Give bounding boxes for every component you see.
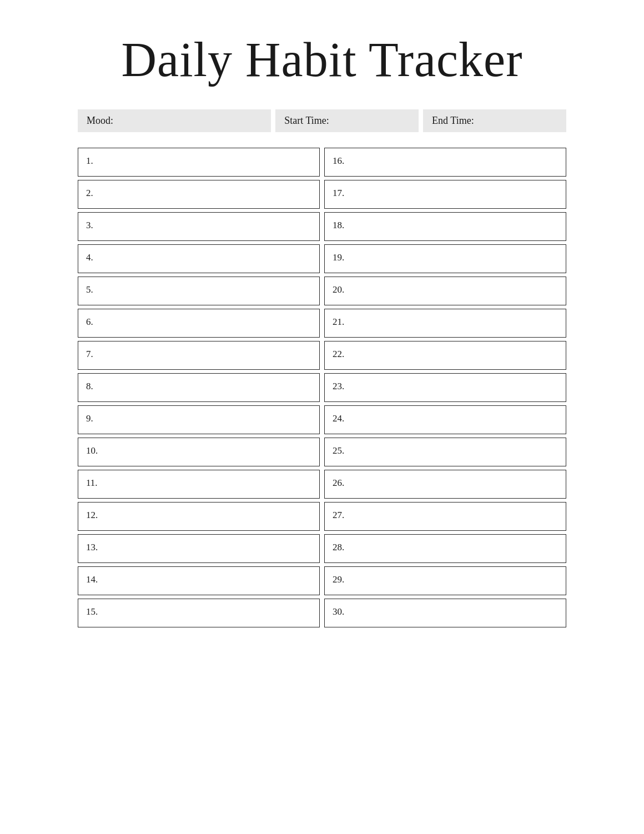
habit-item[interactable]: 15. xyxy=(78,599,320,627)
habit-number: 4. xyxy=(86,252,93,263)
habit-item[interactable]: 20. xyxy=(324,277,566,305)
habit-number: 3. xyxy=(86,220,93,231)
habit-item[interactable]: 14. xyxy=(78,566,320,595)
habit-item[interactable]: 29. xyxy=(324,566,566,595)
end-time-label: End Time: xyxy=(423,109,566,132)
habit-number: 18. xyxy=(333,220,344,231)
habit-item[interactable]: 1. xyxy=(78,148,320,177)
habit-pair-row: 2.17. xyxy=(78,180,566,209)
header-row: Mood: Start Time: End Time: xyxy=(78,109,566,132)
habit-number: 29. xyxy=(333,574,344,585)
habit-number: 24. xyxy=(333,413,344,424)
habit-item[interactable]: 2. xyxy=(78,180,320,209)
habit-item[interactable]: 30. xyxy=(324,599,566,627)
habit-pair-row: 4.19. xyxy=(78,244,566,273)
habit-pair-row: 12.27. xyxy=(78,502,566,531)
habit-item[interactable]: 22. xyxy=(324,341,566,370)
habit-pair-row: 11.26. xyxy=(78,470,566,499)
habit-number: 5. xyxy=(86,284,93,295)
habit-pair-row: 13.28. xyxy=(78,534,566,563)
habit-item[interactable]: 9. xyxy=(78,405,320,434)
habit-item[interactable]: 26. xyxy=(324,470,566,499)
habit-item[interactable]: 25. xyxy=(324,438,566,466)
habit-number: 27. xyxy=(333,510,344,521)
habit-item[interactable]: 11. xyxy=(78,470,320,499)
habit-pair-row: 14.29. xyxy=(78,566,566,595)
habit-pair-row: 9.24. xyxy=(78,405,566,434)
habit-pair-row: 3.18. xyxy=(78,212,566,241)
habit-number: 10. xyxy=(86,445,98,456)
habit-number: 20. xyxy=(333,284,344,295)
habit-pair-row: 7.22. xyxy=(78,341,566,370)
habit-number: 15. xyxy=(86,606,98,617)
habit-item[interactable]: 27. xyxy=(324,502,566,531)
habit-pair-row: 1.16. xyxy=(78,148,566,177)
start-time-label: Start Time: xyxy=(275,109,419,132)
habit-number: 25. xyxy=(333,445,344,456)
habit-number: 7. xyxy=(86,349,93,360)
habit-number: 26. xyxy=(333,478,344,489)
habits-grid: 1.16.2.17.3.18.4.19.5.20.6.21.7.22.8.23.… xyxy=(78,148,566,627)
habit-number: 1. xyxy=(86,155,93,167)
habit-number: 13. xyxy=(86,542,98,553)
habit-pair-row: 6.21. xyxy=(78,309,566,338)
habit-pair-row: 15.30. xyxy=(78,599,566,627)
habit-number: 14. xyxy=(86,574,98,585)
habit-number: 9. xyxy=(86,413,93,424)
habit-item[interactable]: 28. xyxy=(324,534,566,563)
habit-number: 6. xyxy=(86,316,93,328)
habit-number: 12. xyxy=(86,510,98,521)
mood-label: Mood: xyxy=(78,109,271,132)
habit-pair-row: 5.20. xyxy=(78,277,566,305)
habit-item[interactable]: 23. xyxy=(324,373,566,402)
habit-item[interactable]: 24. xyxy=(324,405,566,434)
habit-item[interactable]: 5. xyxy=(78,277,320,305)
habit-number: 17. xyxy=(333,188,344,199)
habit-number: 30. xyxy=(333,606,344,617)
habit-number: 8. xyxy=(86,381,93,392)
page-container: Daily Habit Tracker Mood: Start Time: En… xyxy=(44,0,600,672)
habit-item[interactable]: 8. xyxy=(78,373,320,402)
habit-pair-row: 10.25. xyxy=(78,438,566,466)
page-title: Daily Habit Tracker xyxy=(78,33,566,87)
habit-number: 23. xyxy=(333,381,344,392)
habit-item[interactable]: 12. xyxy=(78,502,320,531)
habit-item[interactable]: 4. xyxy=(78,244,320,273)
habit-number: 2. xyxy=(86,188,93,199)
habit-item[interactable]: 21. xyxy=(324,309,566,338)
habit-number: 16. xyxy=(333,155,344,167)
habit-number: 19. xyxy=(333,252,344,263)
habit-item[interactable]: 6. xyxy=(78,309,320,338)
habit-pair-row: 8.23. xyxy=(78,373,566,402)
habit-number: 28. xyxy=(333,542,344,553)
habit-item[interactable]: 10. xyxy=(78,438,320,466)
habit-item[interactable]: 19. xyxy=(324,244,566,273)
habit-item[interactable]: 17. xyxy=(324,180,566,209)
habit-number: 11. xyxy=(86,478,98,489)
habit-item[interactable]: 13. xyxy=(78,534,320,563)
habit-item[interactable]: 3. xyxy=(78,212,320,241)
habit-item[interactable]: 16. xyxy=(324,148,566,177)
habit-item[interactable]: 7. xyxy=(78,341,320,370)
habit-number: 22. xyxy=(333,349,344,360)
habit-item[interactable]: 18. xyxy=(324,212,566,241)
habit-number: 21. xyxy=(333,316,344,328)
